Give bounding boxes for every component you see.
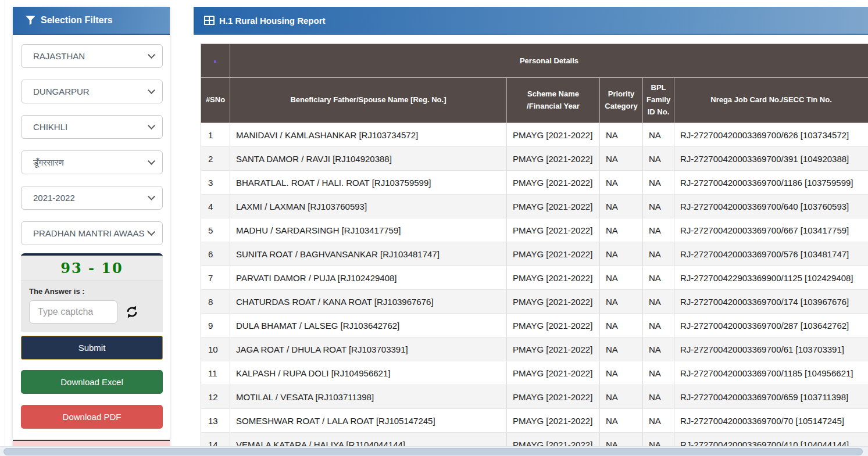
year-select-value: 2021-2022 (33, 193, 149, 203)
cell-bpl: NA (643, 266, 674, 290)
chevron-down-icon (148, 122, 155, 130)
chevron-down-icon (148, 228, 155, 236)
cell-beneficiary-name: DULA BHAMAT / LALSEG [RJ103642762] (230, 314, 507, 337)
cell-sno: 11 (201, 361, 230, 385)
state-select[interactable]: RAJASTHAN (21, 44, 163, 68)
cell-sno: 3 (201, 171, 230, 195)
cell-nrega: RJ-272700420003369700/391 [104920388] (674, 147, 868, 171)
table-corner-cell (201, 44, 230, 78)
table-head: Personal Details #SNo Beneficiary Father… (201, 44, 868, 123)
report-title: H.1 Rural Housing Report (219, 16, 326, 26)
panchayat-select[interactable]: डूँगरसारण (21, 150, 163, 174)
cell-nrega: RJ-272700420003369700/61 [103703391] (674, 337, 868, 361)
table-row: 13 SOMESHWAR ROAT / LALA ROAT [RJ1051472… (201, 409, 868, 433)
cell-scheme: PMAYG [2021-2022] (507, 337, 600, 361)
download-pdf-button[interactable]: Download PDF (21, 405, 163, 429)
cell-beneficiary-name: MADHU / SARDARSINGH [RJ103417759] (230, 218, 507, 242)
scheme-select[interactable]: PRADHAN MANTRI AWAAS YOJANA (21, 221, 163, 245)
cell-scheme: PMAYG [2021-2022] (507, 171, 600, 195)
report-header: H.1 Rural Housing Report (194, 7, 868, 35)
selection-filters-panel: Selection Filters RAJASTHAN DUNGARPUR CH… (13, 7, 170, 449)
year-select[interactable]: 2021-2022 (21, 186, 163, 210)
captcha-challenge: 93 - 10 (21, 256, 163, 281)
rural-housing-table: Personal Details #SNo Beneficiary Father… (201, 44, 868, 456)
cell-nrega: RJ-272700420003369700/1185 [104956621] (674, 361, 868, 385)
col-header-nrega: Nrega Job Card No./SECC Tin No. (674, 78, 868, 123)
cell-priority: NA (600, 361, 643, 385)
cell-bpl: NA (643, 218, 674, 242)
col-header-sno: #SNo (201, 78, 230, 123)
selection-filters-title: Selection Filters (41, 15, 113, 26)
cell-nrega: RJ-272700422903369900/1125 [102429408] (674, 266, 868, 290)
cell-sno: 8 (201, 290, 230, 314)
cell-bpl: NA (643, 314, 674, 337)
cell-nrega: RJ-272700420003369700/287 [103642762] (674, 314, 868, 337)
cell-priority: NA (600, 290, 643, 314)
district-select-value: DUNGARPUR (33, 87, 149, 96)
cell-beneficiary-name: CHATURDAS ROAT / KANA ROAT [RJ103967676] (230, 290, 507, 314)
cell-beneficiary-name: PARVATI DAMOR / PUJA [RJ102429408] (230, 266, 507, 290)
filter-icon (26, 16, 35, 25)
cell-sno: 6 (201, 242, 230, 266)
cell-scheme: PMAYG [2021-2022] (507, 218, 600, 242)
selection-filters-header: Selection Filters (13, 7, 170, 35)
page-edge-line (5, 0, 5, 456)
cell-priority: NA (600, 147, 643, 171)
cell-priority: NA (600, 409, 643, 433)
horizontal-scrollbar (0, 446, 868, 456)
cell-priority: NA (600, 314, 643, 337)
cell-beneficiary-name: LAXMI / LAXMAN [RJ103760593] (230, 195, 507, 218)
cell-sno: 1 (201, 123, 230, 147)
download-excel-button[interactable]: Download Excel (21, 370, 163, 394)
table-row: 7 PARVATI DAMOR / PUJA [RJ102429408] PMA… (201, 266, 868, 290)
table-grid-icon (204, 16, 215, 25)
cell-priority: NA (600, 337, 643, 361)
captcha-answer-section: The Answer is : (21, 281, 163, 332)
cell-priority: NA (600, 218, 643, 242)
table-row: 12 MOTILAL / VESATA [RJ103711398] PMAYG … (201, 385, 868, 409)
table-row: 10 JAGA ROAT / DHULA ROAT [RJ103703391] … (201, 337, 868, 361)
table-row: 2 SANTA DAMOR / RAVJI [RJ104920388] PMAY… (201, 147, 868, 171)
cell-bpl: NA (643, 171, 674, 195)
cell-beneficiary-name: JAGA ROAT / DHULA ROAT [RJ103703391] (230, 337, 507, 361)
table-row: 5 MADHU / SARDARSINGH [RJ103417759] PMAY… (201, 218, 868, 242)
cell-scheme: PMAYG [2021-2022] (507, 385, 600, 409)
cell-sno: 7 (201, 266, 230, 290)
cell-scheme: PMAYG [2021-2022] (507, 123, 600, 147)
submit-button[interactable]: Submit (21, 336, 163, 360)
cell-priority: NA (600, 266, 643, 290)
cell-scheme: PMAYG [2021-2022] (507, 242, 600, 266)
table-row: 9 DULA BHAMAT / LALSEG [RJ103642762] PMA… (201, 314, 868, 337)
anchor-dot (214, 60, 216, 63)
captcha-challenge-text: 93 - 10 (60, 260, 123, 277)
cell-bpl: NA (643, 195, 674, 218)
col-header-priority: Priority Category (600, 78, 643, 123)
table-row: 8 CHATURDAS ROAT / KANA ROAT [RJ10396767… (201, 290, 868, 314)
cell-beneficiary-name: BHARATLAL. ROAT / HALI. ROAT [RJ10375959… (230, 171, 507, 195)
table-row: 6 SUNITA ROAT / BAGHVANSANKAR [RJ1034817… (201, 242, 868, 266)
cell-sno: 2 (201, 147, 230, 171)
cell-sno: 9 (201, 314, 230, 337)
cell-nrega: RJ-272700420003369700/70 [105147245] (674, 409, 868, 433)
cell-sno: 12 (201, 385, 230, 409)
cell-nrega: RJ-272700420003369700/659 [103711398] (674, 385, 868, 409)
refresh-captcha-button[interactable] (124, 304, 140, 319)
cell-bpl: NA (643, 337, 674, 361)
cell-beneficiary-name: SANTA DAMOR / RAVJI [RJ104920388] (230, 147, 507, 171)
cell-priority: NA (600, 195, 643, 218)
block-select[interactable]: CHIKHLI (21, 115, 163, 139)
refresh-icon (124, 313, 140, 321)
captcha-widget: 93 - 10 The Answer is : (21, 253, 163, 332)
cell-scheme: PMAYG [2021-2022] (507, 195, 600, 218)
cell-nrega: RJ-272700420003369700/1186 [103759599] (674, 171, 868, 195)
district-select[interactable]: DUNGARPUR (21, 80, 163, 103)
cell-scheme: PMAYG [2021-2022] (507, 314, 600, 337)
chevron-down-icon (148, 87, 155, 94)
cell-nrega: RJ-272700420003369700/667 [103417759] (674, 218, 868, 242)
captcha-input[interactable] (29, 300, 117, 324)
page-root: Selection Filters RAJASTHAN DUNGARPUR CH… (0, 0, 868, 456)
table-body: 1 MANIDAVI / KAMLASHANKAR [RJ103734572] … (201, 123, 868, 456)
scheme-select-value: PRADHAN MANTRI AWAAS YOJANA (33, 228, 149, 238)
table-row: 3 BHARATLAL. ROAT / HALI. ROAT [RJ103759… (201, 171, 868, 195)
horizontal-scrollbar-thumb[interactable] (3, 448, 863, 455)
